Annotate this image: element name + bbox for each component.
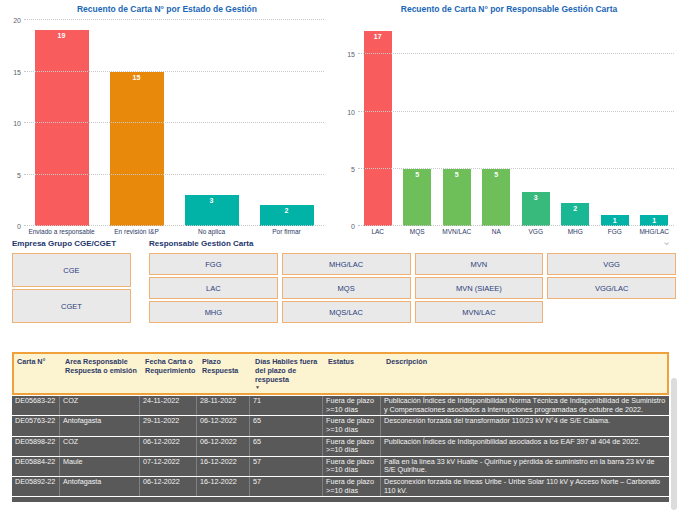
chart-responsable-gestion: Recuento de Carta N° por Responsable Ges… <box>340 0 678 236</box>
table-cell: Fuera de plazo >=10 días <box>323 477 381 496</box>
table-cell: Desconexión forzada del transformador 11… <box>381 416 669 435</box>
bar-en-revisi-n-i-p[interactable]: 15 <box>110 72 164 227</box>
bar-value-label: 15 <box>110 74 164 81</box>
bar-mqs[interactable]: 5 <box>403 169 431 226</box>
table-row[interactable]: DE05763-22Antofagasta29-11-202206-12-202… <box>12 416 669 435</box>
bar-column: 3 <box>174 20 249 226</box>
table-cell: 65 <box>250 437 323 456</box>
table-cell: 57 <box>250 457 323 476</box>
filter-option-cge[interactable]: CGE <box>12 253 131 287</box>
gridline <box>358 111 674 112</box>
y-axis-tick-label: 20 <box>6 17 21 24</box>
table-cell: Antofagasta <box>60 477 140 496</box>
table-header-row: Carta N°Area Responsable Respuesta o emi… <box>12 352 669 395</box>
column-header[interactable]: Plazo Respuesta <box>199 354 252 393</box>
column-header[interactable]: Area Responsable Respuesta o emisión <box>62 354 142 393</box>
table-cell: Fuera de plazo >=10 días <box>323 416 381 435</box>
bar-no-aplica[interactable]: 3 <box>185 195 239 226</box>
table-row[interactable]: DE05898-22COZ06-12-202206-12-202265Fuera… <box>12 437 669 456</box>
table-cell: Antofagasta <box>60 416 140 435</box>
table-row[interactable]: DE05683-22COZ24-11-202228-11-202271Fuera… <box>12 396 669 415</box>
category-label: MHG <box>556 226 596 235</box>
bar-por-firmar[interactable]: 2 <box>260 205 314 226</box>
filter-option-cget[interactable]: CGET <box>12 289 131 323</box>
table-cell: COZ <box>60 396 140 415</box>
table-cell: 06-12-2022 <box>140 477 197 496</box>
table-cell: 57 <box>250 477 323 496</box>
column-header[interactable]: Días Habiles fuera del plazo de respuest… <box>252 354 325 393</box>
bar-value-label: 1 <box>601 217 629 224</box>
filter-option-mvn[interactable]: MVN <box>415 253 544 275</box>
bar-column: 5 <box>398 20 438 226</box>
filter-option-mvn-lac[interactable]: MVN/LAC <box>415 301 544 323</box>
filter-option-fgg[interactable]: FGG <box>149 253 278 275</box>
bar-lac[interactable]: 17 <box>364 31 392 226</box>
filter-option-vgg[interactable]: VGG <box>547 253 676 275</box>
category-label: NA <box>477 226 517 235</box>
gridline <box>358 168 674 169</box>
column-header[interactable]: Carta N° <box>14 354 62 393</box>
table-cell: Falla en la línea 33 kV Hualte - Quirihu… <box>381 457 669 476</box>
bar-value-label: 19 <box>35 32 89 39</box>
bar-value-label: 3 <box>185 197 239 204</box>
bar-column: 3 <box>516 20 556 226</box>
gridline <box>24 19 324 20</box>
chart-title: Recuento de Carta N° por Responsable Ges… <box>340 0 678 18</box>
bars-container: 175553211 <box>358 20 674 226</box>
filter-option-mhg-lac[interactable]: MHG/LAC <box>282 253 411 275</box>
bar-mhg[interactable]: 2 <box>561 203 589 226</box>
table-cell: 06-12-2022 <box>140 437 197 456</box>
filter-option-lac[interactable]: LAC <box>149 277 278 299</box>
column-header[interactable]: Fecha Carta o Requerimiento <box>142 354 199 393</box>
table-cell: 07-12-2022 <box>140 457 197 476</box>
category-label: MVN/LAC <box>437 226 477 235</box>
cartas-table: Carta N°Area Responsable Respuesta o emi… <box>12 352 669 502</box>
bar-value-label: 2 <box>260 207 314 214</box>
bar-enviado-a-responsable[interactable]: 19 <box>35 30 89 226</box>
table-row-partial[interactable] <box>12 497 669 502</box>
y-axis-tick-label: 5 <box>6 171 21 178</box>
filter-option-mqs-lac[interactable]: MQS/LAC <box>282 301 411 323</box>
filter-option-vgg-lac[interactable]: VGG/LAC <box>547 277 676 299</box>
table-cell: 06-12-2022 <box>197 416 250 435</box>
category-label: MQS <box>398 226 438 235</box>
bar-column: 5 <box>477 20 517 226</box>
table-cell: Fuera de plazo >=10 días <box>323 457 381 476</box>
y-axis-tick-label: 15 <box>6 68 21 75</box>
category-label: LAC <box>358 226 398 235</box>
y-axis-tick-label: 0 <box>6 223 21 230</box>
bar-column: 2 <box>249 20 324 226</box>
table-cell: 24-11-2022 <box>140 396 197 415</box>
chevron-down-icon[interactable]: ⌄ <box>662 236 671 247</box>
category-axis: Enviado a responsableEn revisión I&PNo a… <box>24 226 324 235</box>
filter-option-mhg[interactable]: MHG <box>149 301 278 323</box>
category-label: No aplica <box>174 226 249 235</box>
filter-option-mqs[interactable]: MQS <box>282 277 411 299</box>
filter-option-mvn-siaee-[interactable]: MVN (SIAEE) <box>415 277 544 299</box>
gridline <box>24 174 324 175</box>
bar-na[interactable]: 5 <box>482 169 510 226</box>
bars-container: 191532 <box>24 20 324 226</box>
bar-column: 19 <box>24 20 99 226</box>
bar-vgg[interactable]: 3 <box>522 192 550 226</box>
bar-column: 5 <box>437 20 477 226</box>
table-cell: 29-11-2022 <box>140 416 197 435</box>
table-cell: Desconexión forzada de líneas Uribe - Ur… <box>381 477 669 496</box>
sort-descending-icon: ▼ <box>255 384 322 390</box>
column-header[interactable]: Descripción <box>383 354 667 393</box>
chart-plot-area: 191532 Enviado a responsableEn revisión … <box>24 20 324 226</box>
bar-value-label: 1 <box>640 217 668 224</box>
table-cell: 06-12-2022 <box>197 437 250 456</box>
bar-value-label: 5 <box>482 171 510 178</box>
bar-column: 17 <box>358 20 398 226</box>
bar-column: 2 <box>556 20 596 226</box>
bar-mvn-lac[interactable]: 5 <box>443 169 471 226</box>
column-header[interactable]: Estatus <box>325 354 383 393</box>
table-row[interactable]: DE05892-22Antofagasta06-12-202216-12-202… <box>12 477 669 496</box>
gridline <box>24 225 324 226</box>
table-scrollbar[interactable] <box>671 378 677 510</box>
table-row[interactable]: DE05884-22Maule07-12-202216-12-202257Fue… <box>12 457 669 476</box>
bar-column: 1 <box>635 20 675 226</box>
y-axis-tick-label: 15 <box>340 51 355 58</box>
bar-value-label: 5 <box>403 171 431 178</box>
